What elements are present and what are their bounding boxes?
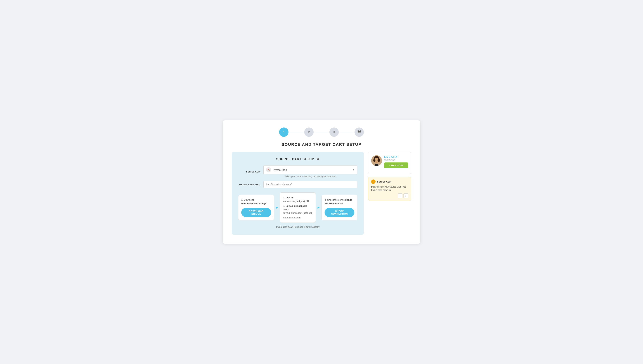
- svg-point-6: [378, 158, 380, 162]
- source-url-row: Source Store URL: [238, 181, 357, 188]
- step-1[interactable]: 1: [279, 128, 289, 137]
- chevron-down-icon: ▼: [353, 168, 355, 171]
- chat-box: LIVE CHAT Need help? CHAT NOW: [368, 152, 411, 174]
- step4-title: 4. Check the connection to the Source St…: [325, 198, 354, 205]
- main-container: 1 2 3 🏁 SOURCE AND TARGET CART SETUP SOU…: [223, 120, 420, 244]
- source-panel: SOURCE CART SETUP 🖥 Source Cart PS: [232, 152, 364, 235]
- avatar: [371, 155, 382, 166]
- stepper: 1 2 3 🏁: [232, 128, 411, 137]
- arrow-2: ►: [317, 206, 320, 210]
- check-connection-button[interactable]: CHECK CONNECTION: [325, 208, 354, 217]
- step1-title: 1. Download the Connection Bridge: [241, 198, 271, 205]
- source-url-field: [263, 181, 357, 188]
- source-cart-label: Source Cart: [238, 170, 263, 173]
- arrow-1: ►: [275, 206, 279, 210]
- tip-title: Source Cart: [377, 180, 391, 183]
- step-card-unpack: 2. Unpack 'connection_bridge.zip' file 3…: [280, 192, 316, 223]
- live-chat-label: LIVE CHAT: [384, 155, 408, 158]
- source-url-input[interactable]: [263, 181, 357, 188]
- content-area: SOURCE CART SETUP 🖥 Source Cart PS: [232, 152, 411, 235]
- step-line-3: [339, 132, 354, 132]
- help-panel: LIVE CHAT Need help? CHAT NOW › Source C…: [368, 152, 411, 203]
- tip-box: › Source Cart Please select your Source …: [368, 177, 411, 201]
- step-card-check: 4. Check the connection to the Source St…: [322, 195, 357, 220]
- chat-now-button[interactable]: CHAT NOW: [384, 162, 408, 168]
- step-2[interactable]: 2: [304, 128, 314, 137]
- chat-header: LIVE CHAT Need help? CHAT NOW: [371, 155, 408, 168]
- tip-arrow-icon: ›: [371, 180, 375, 184]
- tip-nav: ‹ ›: [371, 194, 408, 198]
- step-line-1: [289, 132, 304, 132]
- auto-upload-link[interactable]: I want Cart2Cart to upload it automatica…: [238, 226, 357, 228]
- svg-text:PS: PS: [268, 169, 270, 171]
- cart-name: PrestaShop: [273, 168, 287, 172]
- tip-header: › Source Cart: [371, 180, 408, 184]
- monitor-icon: 🖥: [316, 157, 320, 161]
- tip-next-button[interactable]: ›: [403, 194, 408, 198]
- source-panel-title: SOURCE CART SETUP 🖥: [238, 157, 357, 161]
- cart-logo: PS: [266, 167, 271, 172]
- svg-point-5: [373, 158, 375, 162]
- tip-text: Please select your Source Cart Type from…: [371, 185, 408, 192]
- source-cart-field: PS PrestaShop ▼ Select your current shop…: [263, 165, 357, 178]
- read-instructions-link[interactable]: Read instructions: [283, 216, 313, 220]
- step-card-download: 1. Download the Connection Bridge DOWNLO…: [238, 195, 274, 220]
- step-3[interactable]: 3: [329, 128, 339, 137]
- step-finish[interactable]: 🏁: [354, 128, 364, 137]
- steps-cards: 1. Download the Connection Bridge DOWNLO…: [238, 192, 357, 223]
- source-cart-select[interactable]: PS PrestaShop ▼: [263, 165, 357, 174]
- step2-title: 2. Unpack 'connection_bridge.zip' file: [283, 196, 313, 203]
- svg-point-8: [377, 160, 378, 160]
- svg-point-9: [376, 161, 377, 162]
- source-cart-hint: Select your current shopping cart to mig…: [263, 175, 357, 178]
- source-cart-row: Source Cart PS PrestaShop: [238, 165, 357, 178]
- step-line-2: [314, 132, 329, 132]
- svg-point-7: [375, 160, 376, 160]
- page-title: SOURCE AND TARGET CART SETUP: [232, 142, 411, 147]
- tip-prev-button[interactable]: ‹: [398, 194, 402, 198]
- svg-rect-10: [375, 164, 378, 166]
- download-bridge-button[interactable]: DOWNLOAD BRIDGE: [241, 208, 271, 217]
- source-url-label: Source Store URL: [238, 183, 263, 186]
- need-help-text: Need help?: [384, 158, 408, 161]
- chat-info: LIVE CHAT Need help? CHAT NOW: [384, 155, 408, 168]
